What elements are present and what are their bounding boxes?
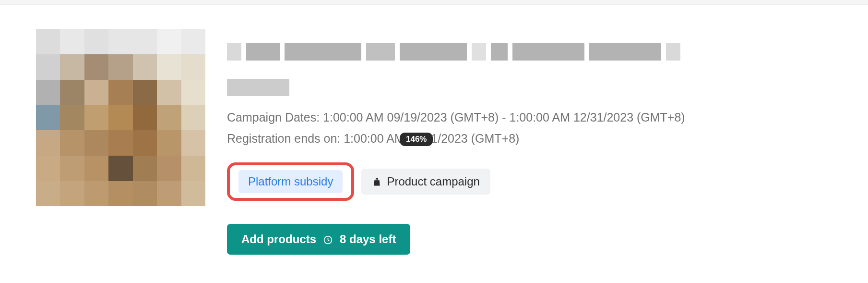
tags-row: Platform subsidy Product campaign	[227, 162, 868, 201]
product-campaign-label: Product campaign	[387, 175, 479, 188]
campaign-content: Campaign Dates: 1:00:00 AM 09/19/2023 (G…	[227, 29, 868, 255]
days-left-label: 8 days left	[340, 233, 396, 246]
campaign-thumbnail	[36, 29, 205, 206]
zoom-badge: 146%	[400, 133, 433, 146]
campaign-title-redacted	[227, 43, 868, 96]
platform-subsidy-tag[interactable]: Platform subsidy	[238, 170, 343, 193]
clock-icon	[323, 234, 333, 245]
add-products-label: Add products	[241, 233, 316, 246]
action-row: Add products 8 days left	[227, 224, 868, 255]
bag-icon	[372, 177, 382, 187]
top-divider	[0, 0, 868, 5]
add-products-button[interactable]: Add products 8 days left	[227, 224, 410, 255]
campaign-dates: Campaign Dates: 1:00:00 AM 09/19/2023 (G…	[227, 111, 868, 124]
registration-ends: Registration ends on: 1:00:00 AM 12/31/2…	[227, 132, 868, 146]
product-campaign-tag[interactable]: Product campaign	[361, 169, 490, 195]
campaign-card: Campaign Dates: 1:00:00 AM 09/19/2023 (G…	[0, 5, 868, 255]
highlight-annotation: Platform subsidy	[227, 162, 354, 201]
